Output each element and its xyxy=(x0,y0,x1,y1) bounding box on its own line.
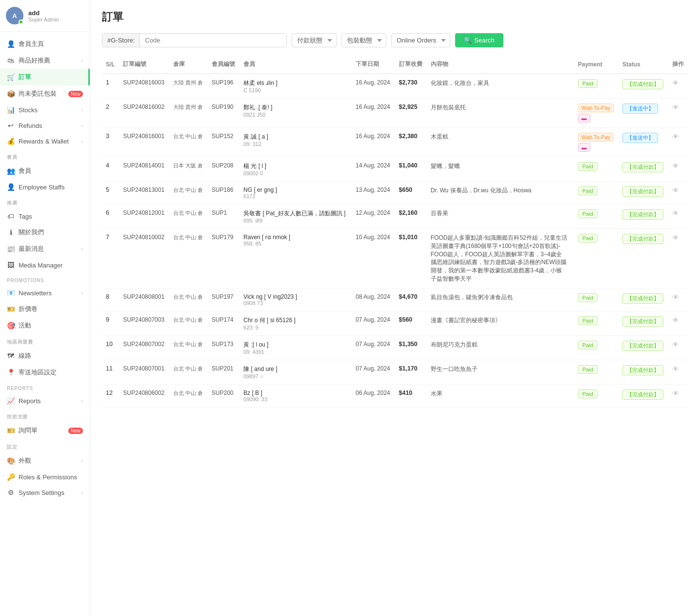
view-icon[interactable]: 👁 xyxy=(672,390,679,397)
sidebar-item-reports[interactable]: 📈 Reports › xyxy=(0,393,90,409)
chevron-right-icon: › xyxy=(81,107,83,113)
cell-member-code: SUP201 xyxy=(208,360,240,384)
sidebar-item-about[interactable]: ℹ 關於我們 xyxy=(0,224,90,241)
view-icon[interactable]: 👁 xyxy=(672,103,679,111)
sidebar-item-appearance[interactable]: 🎨 外觀 › xyxy=(0,452,90,469)
sidebar-item-news[interactable]: 📰 最新消息 › xyxy=(0,241,90,257)
view-icon[interactable]: 👁 xyxy=(672,341,679,349)
sidebar-item-routes[interactable]: 🗺 線路 xyxy=(0,348,90,364)
sidebar-item-member-home[interactable]: 👤 會員主頁 xyxy=(0,36,90,52)
table-row: 5 SUP240813001 台北 中山 倉 SUP186 NG [ er gn… xyxy=(102,182,688,205)
cell-action[interactable]: 👁 xyxy=(668,311,688,335)
cell-status: 【完成付款】 xyxy=(619,205,668,229)
cell-action[interactable]: 👁 xyxy=(668,182,688,205)
cell-action[interactable]: 👁 xyxy=(668,205,688,229)
consignment-icon: 📦 xyxy=(7,90,15,98)
cell-order-id: SUP240810002 xyxy=(119,229,169,288)
payment-badge: Paid xyxy=(578,341,598,349)
cell-content: 野生一口吃魚魚子 xyxy=(427,360,574,384)
cell-action[interactable]: 👁 xyxy=(668,288,688,311)
cell-payment: Paid xyxy=(574,229,619,288)
sidebar-header: A add Super Admin xyxy=(0,0,90,32)
cell-action[interactable]: 👁 xyxy=(668,157,688,182)
col-warehouse: 倉庫 xyxy=(169,55,208,74)
cell-order-id: SUP240812001 xyxy=(119,205,169,229)
cell-sl: 6 xyxy=(102,205,119,229)
cell-action[interactable]: 👁 xyxy=(668,384,688,407)
payment-badge: Paid xyxy=(578,390,598,398)
view-icon[interactable]: 👁 xyxy=(672,133,679,141)
sidebar-item-roles[interactable]: 🔑 Roles & Permissions xyxy=(0,469,90,485)
sidebar-item-activities[interactable]: 🎯 活動 xyxy=(0,317,90,334)
sidebar-item-coupons[interactable]: 🎫 折價卷 xyxy=(0,301,90,317)
activities-icon: 🎯 xyxy=(7,322,15,329)
cell-action[interactable]: 👁 xyxy=(668,360,688,384)
view-icon[interactable]: 👁 xyxy=(672,209,679,217)
sidebar-item-employee-staffs[interactable]: 👤 Employee Staffs xyxy=(0,179,90,195)
view-icon[interactable]: 👁 xyxy=(672,365,679,373)
cell-amount: $2,380 xyxy=(395,128,427,157)
sidebar-item-stocks[interactable]: 📊 Stocks › xyxy=(0,102,90,118)
orders-table-wrapper: S/L 訂單編號 倉庫 會員編號 會員 下單日期 訂單收費 內容物 Paymen… xyxy=(102,55,688,408)
sidebar-item-rewards[interactable]: 💰 Rewards & Wallet › xyxy=(0,133,90,149)
cell-action[interactable]: 👁 xyxy=(668,74,688,99)
sidebar-item-shipping[interactable]: 📍 寄送地區設定 xyxy=(0,364,90,381)
cell-order-id: SUP240813001 xyxy=(119,182,169,205)
view-icon[interactable]: 👁 xyxy=(672,234,679,242)
routes-icon: 🗺 xyxy=(7,352,15,360)
cell-status: 【完成付款】 xyxy=(619,182,668,205)
cell-warehouse: 台北 中山 倉 xyxy=(169,360,208,384)
sidebar-item-consignment[interactable]: 📦 尚未委託包裝 New xyxy=(0,85,90,102)
order-type-select[interactable]: Online Orders xyxy=(391,33,450,47)
chevron-right-icon: › xyxy=(81,490,83,495)
cell-sl: 12 xyxy=(102,384,119,407)
view-icon[interactable]: 👁 xyxy=(672,293,679,301)
sidebar-item-tickets[interactable]: 🎫 詢問單 New xyxy=(0,422,90,439)
cell-sl: 10 xyxy=(102,335,119,360)
cell-status: 【完成付款】 xyxy=(619,384,668,407)
sidebar-item-orders[interactable]: 🛒 訂單 xyxy=(0,69,90,85)
sidebar-item-newsletters[interactable]: 📧 Newsletters › xyxy=(0,285,90,301)
cell-member: Bz [ B ] 09090: 33 xyxy=(240,384,352,407)
sidebar-item-label: Employee Staffs xyxy=(19,184,64,191)
cell-payment: Paid xyxy=(574,311,619,335)
view-icon[interactable]: 👁 xyxy=(672,186,679,194)
cell-order-id: SUP240816001 xyxy=(119,128,169,157)
view-icon[interactable]: 👁 xyxy=(672,162,679,170)
media-icon: 🖼 xyxy=(7,261,15,269)
cell-action[interactable]: 👁 xyxy=(668,229,688,288)
store-code-input[interactable] xyxy=(140,34,286,47)
reports-icon: 📈 xyxy=(7,397,15,405)
cell-member-code: SUP174 xyxy=(208,311,240,335)
sidebar-item-members[interactable]: 👥 會員 xyxy=(0,163,90,179)
cell-payment: Wait-To-Pay▬ xyxy=(574,128,619,157)
search-button[interactable]: 🔍 Search xyxy=(455,33,503,47)
cell-order-id: SUP240806002 xyxy=(119,384,169,407)
packaging-status-select[interactable]: 包裝動態 xyxy=(341,33,386,47)
cell-member-code: SUP196 xyxy=(208,74,240,99)
cell-sl: 1 xyxy=(102,74,119,99)
sidebar-item-refunds[interactable]: ↩ Refunds › xyxy=(0,118,90,133)
cell-warehouse: 大陸 貴州 倉 xyxy=(169,74,208,99)
cell-content: 月餅包裝底托 xyxy=(427,99,574,128)
view-icon[interactable]: 👁 xyxy=(672,79,679,87)
cell-member-code: SUP152 xyxy=(208,128,240,157)
cell-date: 16 Aug, 2024 xyxy=(352,99,395,128)
sidebar-item-tags[interactable]: 🏷 Tags xyxy=(0,208,90,224)
store-label: #G-Store: xyxy=(102,34,140,47)
cell-member-code: SUP208 xyxy=(208,157,240,182)
section-label-tech: 技術支援 xyxy=(0,409,90,422)
sidebar-item-products[interactable]: 🛍 商品好推薦 › xyxy=(0,52,90,69)
cell-action[interactable]: 👁 xyxy=(668,128,688,157)
cell-action[interactable]: 👁 xyxy=(668,335,688,360)
sidebar-item-media[interactable]: 🖼 Media Manager xyxy=(0,257,90,273)
cell-action[interactable]: 👁 xyxy=(668,99,688,128)
sidebar-item-system-settings[interactable]: ⚙ System Settings › xyxy=(0,485,90,500)
cell-status: 【完成付款】 xyxy=(619,335,668,360)
payment-status-select[interactable]: 付款狀態 xyxy=(292,33,337,47)
cell-warehouse: 日本 大阪 倉 xyxy=(169,157,208,182)
cell-member: 楊 光 [ l ] 09002 0 xyxy=(240,157,352,182)
view-icon[interactable]: 👁 xyxy=(672,316,679,324)
new-badge: New xyxy=(68,91,83,97)
chevron-right-icon: › xyxy=(81,246,83,252)
